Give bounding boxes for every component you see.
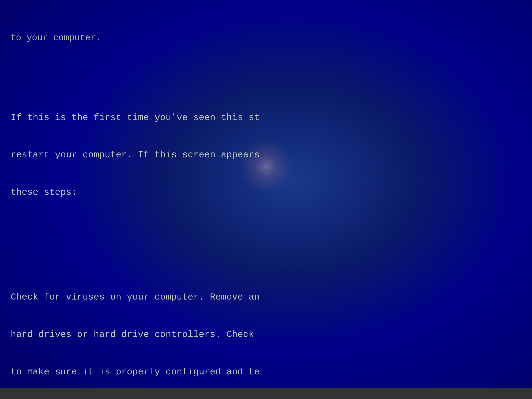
check-line1: Check for viruses on your computer. Remo… [11,291,521,304]
check-block: Check for viruses on your computer. Remo… [11,266,521,399]
first-time-line2: restart your computer. If this screen ap… [11,149,521,161]
first-time-block: If this is the first time you've seen th… [11,87,521,223]
check-line2: hard drives or hard drive controllers. C… [11,329,521,341]
bsod-screen: to your computer. If this is the first t… [0,0,532,399]
first-time-line1: If this is the first time you've seen th… [11,112,521,124]
taskbar [0,388,532,399]
first-time-line3: these steps: [11,186,521,199]
check-line3: to make sure it is properly configured a… [11,366,521,378]
bsod-content: to your computer. If this is the first t… [0,0,532,399]
top-partial-line: to your computer. [11,32,521,44]
